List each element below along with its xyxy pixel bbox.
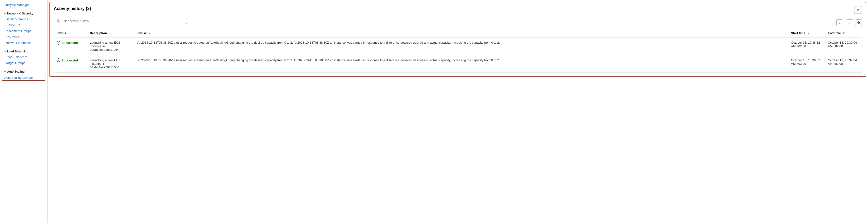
sidebar-item-security-groups[interactable]: Security Groups — [0, 16, 47, 22]
cell-start-time-0: October 13, 10:38:32 AM +02:00 — [788, 37, 825, 55]
cause-text: At 2023-10-13T08:38:20Z a user request c… — [137, 41, 500, 44]
chevron-right-icon: › — [849, 21, 850, 25]
cell-status-0: ✓ Successful — [54, 37, 87, 55]
sidebar-divider-3 — [0, 67, 47, 67]
table-row: ✓ Successful Launching a new EC2 instanc… — [54, 37, 862, 55]
sidebar-item-placement-groups[interactable]: Placement Groups — [0, 28, 47, 34]
panel-count: (2) — [86, 6, 91, 11]
status-label: Successful — [62, 59, 78, 62]
cell-end-time-0: October 13, 10:39:04 AM +02:00 — [825, 37, 862, 55]
sort-icon-description: ▼ — [108, 32, 111, 35]
end-time-text: October 13, 10:39:04 AM +02:00 — [828, 41, 857, 48]
sidebar: Lifecycle Manager ▼ Network & Security S… — [0, 0, 48, 223]
status-success: ✓ Successful — [57, 41, 84, 45]
pagination-next-button[interactable]: › — [846, 20, 853, 26]
sidebar-item-network-interfaces[interactable]: Network Interfaces — [0, 40, 47, 46]
pagination-page: 1 — [844, 21, 846, 25]
sidebar-divider-2 — [0, 47, 47, 47]
cause-underline: increasing the capacity from 0 to 2 — [452, 59, 499, 62]
start-time-text: October 13, 10:38:32 AM +02:00 — [791, 41, 820, 48]
cell-description-0: Launching a new EC2 instance: i-0ebd1d0d… — [87, 37, 134, 55]
settings-button[interactable]: ⚙ — [855, 20, 862, 26]
refresh-icon: ↺ — [857, 8, 860, 12]
sidebar-section-load-balancing[interactable]: ▼ Load Balancing — [0, 48, 47, 54]
col-header-end-time[interactable]: End time ▽ — [825, 29, 862, 37]
status-label: Successful — [62, 41, 78, 45]
cause-underline: increasing the capacity from 0 to 2 — [452, 41, 499, 44]
success-icon: ✓ — [57, 59, 60, 62]
search-input[interactable] — [62, 19, 184, 23]
cell-end-time-1: October 13, 10:39:04 AM +02:00 — [825, 55, 862, 73]
cause-text: At 2023-10-13T08:38:20Z a user request c… — [137, 59, 500, 62]
sort-icon-status: ▼ — [68, 32, 70, 35]
cell-status-1: ✓ Successful — [54, 55, 87, 73]
panel-title: Activity history (2) — [54, 6, 91, 11]
col-header-cause[interactable]: Cause ▼ — [134, 29, 788, 37]
refresh-button[interactable]: ↺ — [854, 6, 862, 14]
description-text: Launching a new EC2 instance: i-04ab04aa… — [90, 59, 120, 69]
col-header-status[interactable]: Status ▼ — [54, 29, 87, 37]
search-bar[interactable]: 🔍 — [54, 18, 187, 24]
pagination: ‹ 1 › — [836, 20, 853, 26]
gear-icon: ⚙ — [857, 21, 860, 25]
col-header-description[interactable]: Description ▼ — [87, 29, 134, 37]
activity-history-panel: Activity history (2) ↺ 🔍 ‹ 1 — [50, 2, 866, 77]
toolbar-row: 🔍 ‹ 1 › ⚙ — [54, 18, 862, 28]
sidebar-item-elastic-ips[interactable]: Elastic IPs — [0, 22, 47, 28]
main-content: Activity history (2) ↺ 🔍 ‹ 1 — [48, 0, 868, 223]
cell-start-time-1: October 13, 10:38:32 AM +02:00 — [788, 55, 825, 73]
end-time-text: October 13, 10:39:04 AM +02:00 — [828, 59, 857, 66]
sidebar-section-network-security[interactable]: ▼ Network & Security — [0, 10, 47, 16]
success-icon: ✓ — [57, 41, 60, 45]
start-time-text: October 13, 10:38:32 AM +02:00 — [791, 59, 820, 66]
sort-icon-start: ▼ — [807, 32, 809, 35]
cell-description-1: Launching a new EC2 instance: i-04ab04aa… — [87, 55, 134, 73]
chevron-down-icon: ▼ — [4, 12, 6, 15]
sort-icon-cause: ▼ — [149, 32, 151, 35]
pagination-prev-button[interactable]: ‹ — [836, 20, 843, 26]
sidebar-divider-1 — [0, 9, 47, 9]
chevron-down-icon-as: ▼ — [4, 70, 6, 73]
cell-cause-1: At 2023-10-13T08:38:20Z a user request c… — [134, 55, 788, 73]
activity-table: Status ▼ Description ▼ Cause ▼ Start tim… — [54, 29, 862, 73]
table-row: ✓ Successful Launching a new EC2 instanc… — [54, 55, 862, 73]
cell-cause-0: At 2023-10-13T08:38:20Z a user request c… — [134, 37, 788, 55]
status-success: ✓ Successful — [57, 59, 84, 62]
sidebar-item-target-groups[interactable]: Target Groups — [0, 60, 47, 66]
sidebar-section-auto-scaling[interactable]: ▼ Auto Scaling — [0, 68, 47, 74]
chevron-left-icon: ‹ — [839, 21, 840, 25]
pagination-controls: ‹ 1 › ⚙ — [836, 20, 862, 26]
sidebar-item-load-balancers[interactable]: Load Balancers — [0, 54, 47, 60]
sidebar-item-key-pairs[interactable]: Key Pairs — [0, 34, 47, 40]
search-icon: 🔍 — [56, 19, 60, 23]
sidebar-item-auto-scaling-groups[interactable]: Auto Scaling Groups — [2, 75, 45, 81]
sort-icon-end: ▽ — [843, 32, 845, 35]
right-controls: ↺ — [854, 6, 862, 14]
table-header-row: Status ▼ Description ▼ Cause ▼ Start tim… — [54, 29, 862, 37]
panel-title-text: Activity history — [54, 6, 85, 11]
description-text: Launching a new EC2 instance: i-0ebd1d0d… — [90, 41, 120, 51]
col-header-start-time[interactable]: Start time ▼ — [788, 29, 825, 37]
sidebar-item-lifecycle-manager[interactable]: Lifecycle Manager — [0, 2, 47, 8]
chevron-down-icon-lb: ▼ — [4, 50, 6, 53]
